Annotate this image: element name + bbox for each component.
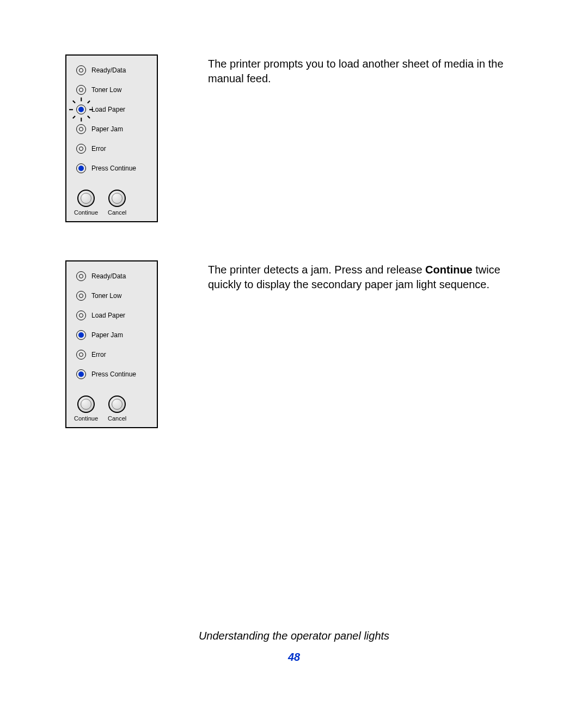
light-error: Error [72, 349, 151, 361]
led-off-icon [75, 84, 87, 96]
light-error: Error [72, 143, 151, 155]
light-label: Paper Jam [91, 331, 123, 339]
light-label: Toner Low [91, 292, 121, 300]
panel-buttons: Continue Cancel [72, 395, 151, 422]
light-label: Error [91, 145, 106, 153]
led-on-icon [75, 329, 87, 341]
button-label: Continue [74, 209, 98, 216]
section-2: Ready/Data Toner Low Load Paper Paper Ja… [65, 260, 534, 428]
section-1: Ready/Data Toner Low Load Paper [65, 54, 534, 222]
document-page: Ready/Data Toner Low Load Paper [0, 0, 588, 706]
light-label: Press Continue [91, 370, 136, 378]
light-press-continue: Press Continue [72, 162, 151, 174]
led-off-icon [75, 270, 87, 282]
led-off-icon [75, 349, 87, 361]
light-paper-jam: Paper Jam [72, 123, 151, 135]
desc-text: The printer prompts you to load another … [208, 58, 504, 84]
section-2-description: The printer detects a jam. Press and rel… [208, 260, 529, 292]
operator-panel-2: Ready/Data Toner Low Load Paper Paper Ja… [65, 260, 158, 428]
cancel-button[interactable] [108, 190, 126, 207]
cancel-button[interactable] [108, 395, 126, 413]
light-load-paper: Load Paper [72, 309, 151, 321]
light-toner-low: Toner Low [72, 290, 151, 302]
light-load-paper: Load Paper [72, 104, 151, 115]
light-press-continue: Press Continue [72, 368, 151, 380]
light-ready-data: Ready/Data [72, 64, 151, 76]
light-paper-jam: Paper Jam [72, 329, 151, 341]
light-label: Ready/Data [91, 272, 126, 280]
section-1-description: The printer prompts you to load another … [208, 54, 529, 86]
desc-bold: Continue [425, 264, 473, 276]
light-label: Load Paper [91, 312, 125, 319]
led-off-icon [75, 123, 87, 135]
button-label: Continue [74, 415, 98, 422]
light-ready-data: Ready/Data [72, 270, 151, 282]
page-number: 48 [0, 651, 588, 664]
button-label: Cancel [108, 209, 126, 216]
light-label: Toner Low [91, 86, 121, 94]
light-label: Paper Jam [91, 125, 123, 133]
led-blink-icon [75, 104, 87, 115]
continue-button[interactable] [77, 395, 95, 413]
led-off-icon [75, 143, 87, 155]
led-on-icon [75, 368, 87, 380]
footer-title: Understanding the operator panel lights [0, 630, 588, 642]
led-off-icon [75, 290, 87, 302]
continue-button[interactable] [77, 190, 95, 207]
led-off-icon [75, 64, 87, 76]
panel-buttons: Continue Cancel [72, 190, 151, 216]
operator-panel-1: Ready/Data Toner Low Load Paper [65, 54, 158, 222]
light-toner-low: Toner Low [72, 84, 151, 96]
light-label: Error [91, 351, 106, 358]
light-label: Load Paper [91, 106, 125, 113]
light-label: Press Continue [91, 165, 136, 172]
page-footer: Understanding the operator panel lights … [0, 630, 588, 664]
light-label: Ready/Data [91, 66, 126, 74]
button-label: Cancel [108, 415, 126, 422]
desc-text: The printer detects a jam. Press and rel… [208, 264, 425, 276]
led-off-icon [75, 309, 87, 321]
led-on-icon [75, 162, 87, 174]
